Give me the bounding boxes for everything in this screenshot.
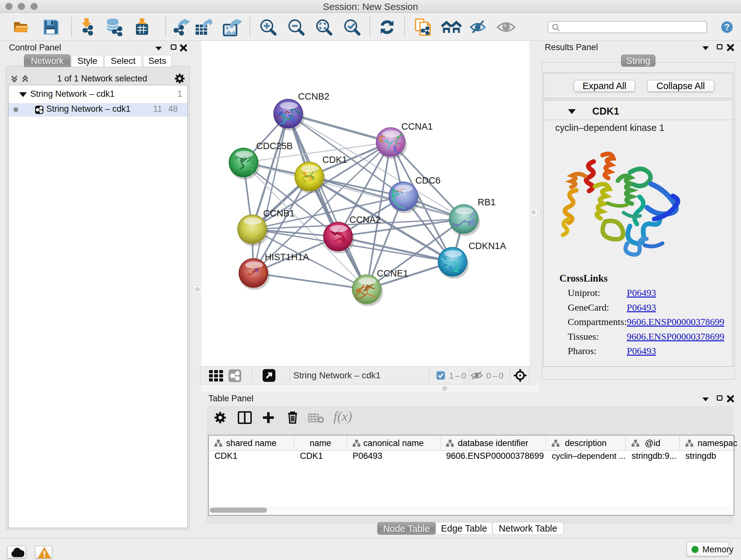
svg-text:?: ? <box>724 22 730 32</box>
svg-text:CDKN1A: CDKN1A <box>468 241 506 251</box>
svg-text:CDK1: CDK1 <box>322 154 347 165</box>
svg-text:CDC6: CDC6 <box>415 175 441 186</box>
svg-text:CCNE1: CCNE1 <box>377 268 408 278</box>
svg-text:CDC25B: CDC25B <box>256 141 293 151</box>
svg-text:CCNA1: CCNA1 <box>401 121 433 132</box>
svg-text:HIST1H1A: HIST1H1A <box>265 252 309 262</box>
svg-text:RB1: RB1 <box>478 197 495 207</box>
svg-text:CCNB2: CCNB2 <box>298 91 329 102</box>
svg-text:CCNA2: CCNA2 <box>349 214 381 225</box>
svg-text:CCNB1: CCNB1 <box>263 208 294 219</box>
